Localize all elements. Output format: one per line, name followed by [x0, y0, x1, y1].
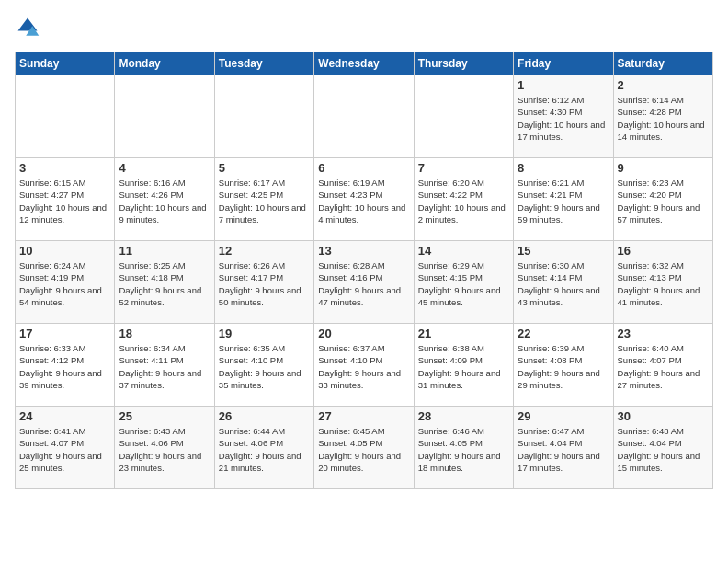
- info-line: Sunrise: 6:46 AM: [418, 425, 509, 437]
- info-line: Sunrise: 6:34 AM: [119, 342, 210, 354]
- info-line: Sunrise: 6:16 AM: [119, 177, 210, 189]
- info-line: Daylight: 9 hours and 50 minutes.: [219, 284, 310, 309]
- info-line: Sunset: 4:22 PM: [418, 189, 509, 201]
- info-line: Daylight: 9 hours and 59 minutes.: [518, 201, 609, 226]
- info-line: Daylight: 10 hours and 17 minutes.: [518, 119, 609, 144]
- info-line: Sunrise: 6:40 AM: [618, 342, 709, 354]
- col-header-tuesday: Tuesday: [214, 52, 313, 75]
- info-line: Sunrise: 6:47 AM: [518, 425, 609, 437]
- day-info: Sunrise: 6:14 AMSunset: 4:28 PMDaylight:…: [618, 94, 709, 143]
- info-line: Sunrise: 6:35 AM: [219, 342, 310, 354]
- info-line: Daylight: 9 hours and 47 minutes.: [318, 284, 409, 309]
- info-line: Daylight: 10 hours and 7 minutes.: [219, 201, 310, 226]
- info-line: Daylight: 9 hours and 31 minutes.: [418, 367, 509, 392]
- info-line: Sunrise: 6:28 AM: [318, 259, 409, 271]
- info-line: Sunrise: 6:32 AM: [618, 259, 709, 271]
- info-line: Sunrise: 6:24 AM: [19, 259, 110, 271]
- calendar-week-4: 17Sunrise: 6:33 AMSunset: 4:12 PMDayligh…: [16, 324, 713, 407]
- info-line: Daylight: 9 hours and 27 minutes.: [618, 367, 709, 392]
- day-info: Sunrise: 6:19 AMSunset: 4:23 PMDaylight:…: [318, 177, 409, 225]
- day-number: 17: [19, 327, 110, 340]
- info-line: Sunrise: 6:43 AM: [119, 425, 210, 437]
- day-info: Sunrise: 6:39 AMSunset: 4:08 PMDaylight:…: [518, 342, 609, 391]
- calendar-cell: 6Sunrise: 6:19 AMSunset: 4:23 PMDaylight…: [314, 158, 414, 241]
- calendar-cell: 21Sunrise: 6:38 AMSunset: 4:09 PMDayligh…: [414, 324, 513, 407]
- day-number: 11: [119, 244, 210, 258]
- info-line: Sunset: 4:18 PM: [119, 271, 210, 283]
- info-line: Sunset: 4:05 PM: [418, 437, 509, 449]
- info-line: Sunset: 4:06 PM: [219, 437, 310, 449]
- col-header-monday: Monday: [115, 52, 214, 75]
- calendar-cell: 5Sunrise: 6:17 AMSunset: 4:25 PMDaylight…: [214, 158, 313, 241]
- day-info: Sunrise: 6:20 AMSunset: 4:22 PMDaylight:…: [418, 177, 509, 225]
- day-number: 20: [318, 327, 409, 340]
- info-line: Sunrise: 6:39 AM: [518, 342, 609, 354]
- day-number: 1: [518, 78, 609, 92]
- day-info: Sunrise: 6:28 AMSunset: 4:16 PMDaylight:…: [318, 259, 409, 308]
- calendar-cell: 3Sunrise: 6:15 AMSunset: 4:27 PMDaylight…: [16, 158, 115, 241]
- info-line: Daylight: 9 hours and 18 minutes.: [418, 450, 509, 475]
- col-header-friday: Friday: [514, 52, 613, 75]
- day-number: 8: [518, 161, 609, 175]
- info-line: Sunrise: 6:12 AM: [518, 94, 609, 106]
- info-line: Sunset: 4:30 PM: [518, 106, 609, 118]
- calendar-cell: 16Sunrise: 6:32 AMSunset: 4:13 PMDayligh…: [613, 241, 712, 324]
- day-number: 18: [119, 327, 210, 340]
- info-line: Daylight: 9 hours and 23 minutes.: [119, 450, 210, 475]
- day-number: 3: [19, 161, 110, 175]
- info-line: Sunrise: 6:29 AM: [418, 259, 509, 271]
- info-line: Sunset: 4:25 PM: [219, 189, 310, 201]
- day-number: 24: [19, 409, 110, 423]
- day-number: 25: [119, 409, 210, 423]
- calendar-cell: 1Sunrise: 6:12 AMSunset: 4:30 PMDaylight…: [514, 75, 613, 158]
- day-info: Sunrise: 6:32 AMSunset: 4:13 PMDaylight:…: [618, 259, 709, 308]
- info-line: Sunset: 4:26 PM: [119, 189, 210, 201]
- info-line: Sunset: 4:20 PM: [618, 189, 709, 201]
- day-info: Sunrise: 6:35 AMSunset: 4:10 PMDaylight:…: [219, 342, 310, 391]
- day-number: 9: [618, 161, 709, 175]
- day-number: 6: [318, 161, 409, 175]
- info-line: Daylight: 9 hours and 52 minutes.: [119, 284, 210, 309]
- calendar-cell: 25Sunrise: 6:43 AMSunset: 4:06 PMDayligh…: [115, 407, 214, 489]
- calendar-week-2: 3Sunrise: 6:15 AMSunset: 4:27 PMDaylight…: [16, 158, 713, 241]
- calendar-cell: 14Sunrise: 6:29 AMSunset: 4:15 PMDayligh…: [414, 241, 513, 324]
- calendar-cell: 28Sunrise: 6:46 AMSunset: 4:05 PMDayligh…: [414, 407, 513, 489]
- info-line: Sunrise: 6:41 AM: [19, 425, 110, 437]
- day-info: Sunrise: 6:25 AMSunset: 4:18 PMDaylight:…: [119, 259, 210, 308]
- info-line: Sunrise: 6:26 AM: [219, 259, 310, 271]
- page-header: [15, 15, 713, 40]
- info-line: Sunset: 4:12 PM: [19, 354, 110, 366]
- day-info: Sunrise: 6:46 AMSunset: 4:05 PMDaylight:…: [418, 425, 509, 474]
- day-info: Sunrise: 6:26 AMSunset: 4:17 PMDaylight:…: [219, 259, 310, 308]
- day-number: 27: [318, 409, 409, 423]
- info-line: Daylight: 9 hours and 37 minutes.: [119, 367, 210, 392]
- day-info: Sunrise: 6:43 AMSunset: 4:06 PMDaylight:…: [119, 425, 210, 474]
- info-line: Sunrise: 6:20 AM: [418, 177, 509, 189]
- day-number: 16: [618, 244, 709, 258]
- day-number: 15: [518, 244, 609, 258]
- day-info: Sunrise: 6:40 AMSunset: 4:07 PMDaylight:…: [618, 342, 709, 391]
- day-number: 28: [418, 409, 509, 423]
- calendar-cell: 9Sunrise: 6:23 AMSunset: 4:20 PMDaylight…: [613, 158, 712, 241]
- info-line: Sunrise: 6:19 AM: [318, 177, 409, 189]
- calendar-cell: 15Sunrise: 6:30 AMSunset: 4:14 PMDayligh…: [514, 241, 613, 324]
- day-number: 21: [418, 327, 509, 340]
- calendar-week-3: 10Sunrise: 6:24 AMSunset: 4:19 PMDayligh…: [16, 241, 713, 324]
- calendar-cell: 7Sunrise: 6:20 AMSunset: 4:22 PMDaylight…: [414, 158, 513, 241]
- calendar-cell: 13Sunrise: 6:28 AMSunset: 4:16 PMDayligh…: [314, 241, 414, 324]
- info-line: Daylight: 9 hours and 57 minutes.: [618, 201, 709, 226]
- info-line: Sunset: 4:11 PM: [119, 354, 210, 366]
- calendar-cell: [414, 75, 513, 158]
- calendar-cell: 4Sunrise: 6:16 AMSunset: 4:26 PMDaylight…: [115, 158, 214, 241]
- day-info: Sunrise: 6:29 AMSunset: 4:15 PMDaylight:…: [418, 259, 509, 308]
- day-number: 2: [618, 78, 709, 92]
- info-line: Sunset: 4:28 PM: [618, 106, 709, 118]
- day-info: Sunrise: 6:21 AMSunset: 4:21 PMDaylight:…: [518, 177, 609, 225]
- info-line: Sunset: 4:13 PM: [618, 271, 709, 283]
- col-header-thursday: Thursday: [414, 52, 513, 75]
- info-line: Sunset: 4:07 PM: [618, 354, 709, 366]
- info-line: Sunrise: 6:30 AM: [518, 259, 609, 271]
- calendar-week-5: 24Sunrise: 6:41 AMSunset: 4:07 PMDayligh…: [16, 407, 713, 489]
- info-line: Sunrise: 6:45 AM: [318, 425, 409, 437]
- info-line: Daylight: 10 hours and 14 minutes.: [618, 119, 709, 144]
